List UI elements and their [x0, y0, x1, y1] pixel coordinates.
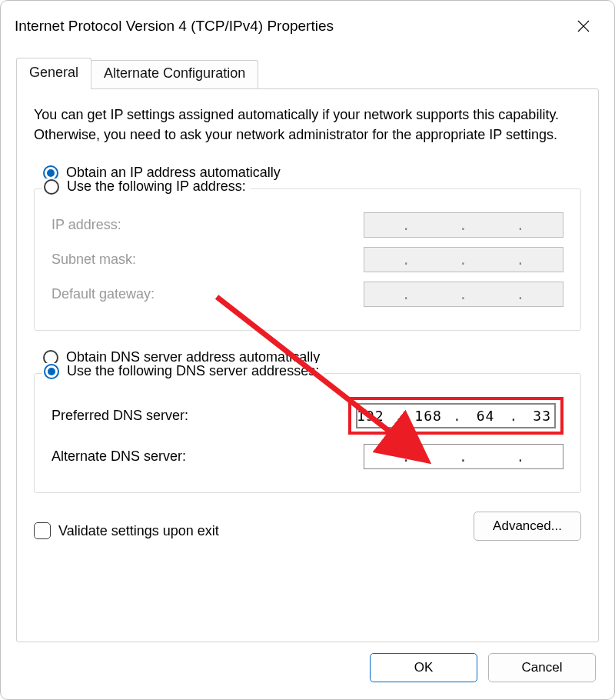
default-gateway-input: . . .	[364, 282, 563, 307]
checkbox-icon	[34, 522, 51, 539]
radio-use-following-dns[interactable]: Use the following DNS server addresses:	[42, 363, 324, 379]
ipv4-properties-dialog: Internet Protocol Version 4 (TCP/IPv4) P…	[0, 0, 615, 700]
ok-button[interactable]: OK	[370, 653, 477, 682]
subnet-mask-label: Subnet mask:	[52, 252, 136, 268]
subnet-mask-input: . . .	[364, 247, 563, 272]
ip-address-input: . . .	[364, 212, 563, 238]
tab-strip: General Alternate Configuration	[1, 44, 614, 89]
annotation-highlight: 192. 168. 64. 33	[348, 397, 563, 435]
dialog-footer: OK Cancel	[1, 653, 614, 699]
radio-use-following-ip[interactable]: Use the following IP address:	[42, 178, 251, 195]
default-gateway-label: Default gateway:	[52, 286, 155, 302]
advanced-button[interactable]: Advanced...	[474, 512, 581, 541]
close-button[interactable]	[567, 12, 600, 40]
preferred-dns-label: Preferred DNS server:	[52, 408, 188, 424]
radio-label: Use the following IP address:	[67, 178, 246, 195]
close-icon	[577, 20, 590, 32]
radio-icon	[44, 179, 59, 195]
tab-alternate-configuration[interactable]: Alternate Configuration	[91, 60, 258, 89]
tab-general[interactable]: General	[16, 58, 91, 89]
alternate-dns-input[interactable]: . . .	[364, 444, 563, 469]
cancel-button[interactable]: Cancel	[488, 653, 596, 682]
dialog-title: Internet Protocol Version 4 (TCP/IPv4) P…	[15, 18, 334, 35]
ip-address-label: IP address:	[52, 217, 121, 233]
radio-label: Use the following DNS server addresses:	[67, 363, 319, 379]
preferred-dns-input[interactable]: 192. 168. 64. 33	[356, 403, 556, 428]
checkbox-label: Validate settings upon exit	[58, 523, 219, 539]
radio-icon	[44, 364, 59, 379]
ip-manual-group: Use the following IP address: IP address…	[34, 188, 581, 331]
dns-manual-group: Use the following DNS server addresses: …	[34, 373, 581, 493]
tab-panel-general: You can get IP settings assigned automat…	[16, 88, 599, 642]
alternate-dns-label: Alternate DNS server:	[52, 448, 186, 465]
validate-settings-checkbox[interactable]: Validate settings upon exit	[34, 522, 219, 539]
titlebar: Internet Protocol Version 4 (TCP/IPv4) P…	[1, 1, 614, 44]
description-text: You can get IP settings assigned automat…	[34, 105, 581, 145]
